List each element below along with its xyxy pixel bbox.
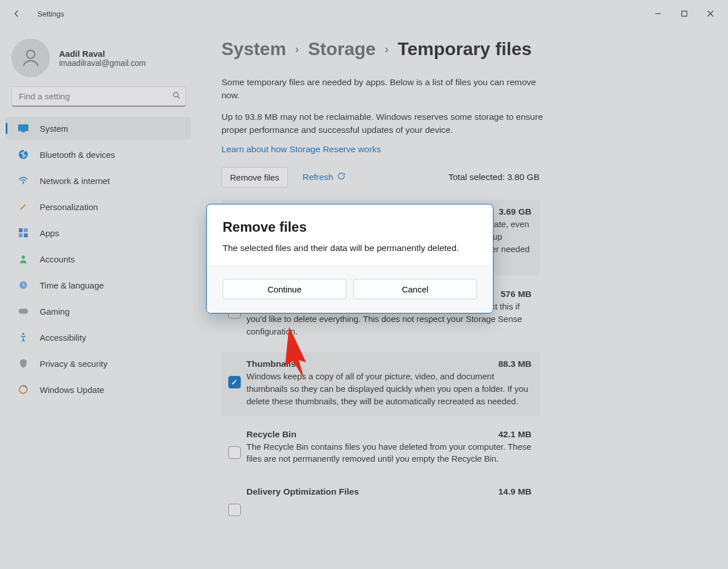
continue-button[interactable]: Continue xyxy=(223,279,346,299)
cancel-button[interactable]: Cancel xyxy=(353,279,477,299)
dialog-message: The selected files and their data will b… xyxy=(223,243,477,253)
remove-files-dialog: Remove files The selected files and thei… xyxy=(206,204,493,313)
dialog-title: Remove files xyxy=(223,219,477,235)
